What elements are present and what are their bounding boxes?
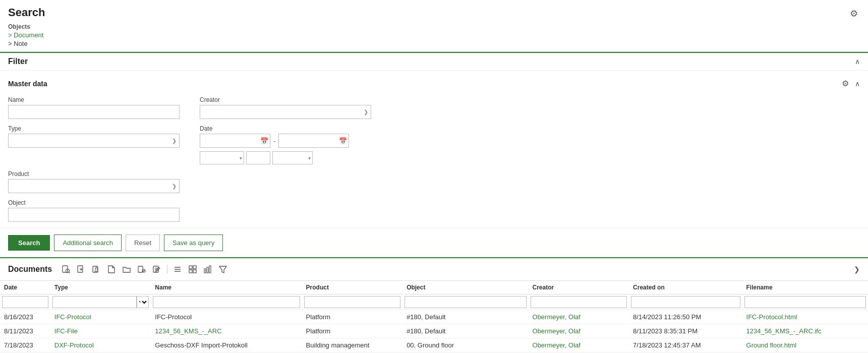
row-object: #180, Default: [402, 324, 528, 338]
type-input[interactable]: [8, 134, 180, 148]
toolbar-chart-icon[interactable]: [202, 263, 214, 275]
svg-rect-23: [207, 267, 208, 273]
reset-button[interactable]: Reset: [126, 234, 160, 251]
date-from-calendar-icon[interactable]: 📅: [260, 137, 268, 145]
page-title: Search: [8, 6, 45, 19]
filter-creator-input[interactable]: [531, 296, 627, 308]
col-name-header: Name: [151, 281, 302, 295]
row-type-link[interactable]: DXF-Protocol: [54, 341, 94, 349]
name-label: Name: [8, 96, 180, 103]
date-unit-select[interactable]: Days Weeks Months: [272, 151, 313, 164]
date-value-input[interactable]: [246, 151, 270, 164]
date-from-input[interactable]: [200, 134, 270, 148]
row-date: 8/11/2023: [0, 324, 50, 338]
creator-input[interactable]: [200, 105, 371, 119]
filter-filename-input[interactable]: [744, 296, 866, 308]
col-createdon-header: Created on: [629, 281, 742, 295]
creator-arrow-icon: ❯: [364, 109, 368, 115]
master-data-collapse-button[interactable]: ∧: [855, 80, 860, 88]
object-input[interactable]: [8, 208, 180, 222]
svg-rect-19: [193, 266, 196, 269]
row-product: Platform: [302, 310, 403, 324]
row-type-link[interactable]: IFC-Protocol: [54, 313, 91, 321]
filter-product-input[interactable]: [304, 296, 401, 308]
row-type-link[interactable]: IFC-File: [54, 327, 78, 335]
toolbar-new-doc-icon[interactable]: [105, 263, 118, 275]
svg-rect-20: [189, 270, 192, 273]
filter-collapse-button[interactable]: ∧: [855, 57, 860, 66]
row-object: #180, Default: [402, 310, 528, 324]
toolbar-filter-icon[interactable]: [217, 263, 229, 275]
toolbar-list-icon[interactable]: [171, 263, 184, 275]
row-created_on: 8/14/2023 11:26:50 PM: [629, 310, 742, 324]
svg-rect-21: [193, 270, 196, 273]
row-product: Platform: [302, 324, 403, 338]
objects-label: Objects: [8, 23, 860, 30]
row-creator-link[interactable]: Obermeyer, Olaf: [533, 313, 581, 321]
filter-name-input[interactable]: [153, 296, 300, 308]
filter-type-select[interactable]: ▾: [137, 296, 149, 308]
date-to-input[interactable]: [278, 134, 349, 148]
document-link[interactable]: > Document: [8, 31, 860, 39]
date-period-select[interactable]: Today This week This month: [200, 151, 244, 164]
table-row: 8/16/2023IFC-ProtocolIFC-ProtocolPlatfor…: [0, 310, 868, 324]
master-data-title: Master data: [8, 80, 47, 88]
row-product: Building management: [302, 338, 403, 352]
filter-createdon-input[interactable]: [631, 296, 740, 308]
row-created_on: 7/18/2023 12:45:37 AM: [629, 338, 742, 352]
filter-date-input[interactable]: [2, 296, 48, 308]
row-created_on: 8/11/2023 8:35:31 PM: [629, 324, 742, 338]
col-creator-header: Creator: [529, 281, 629, 295]
svg-rect-24: [209, 266, 211, 273]
svg-rect-22: [204, 269, 206, 273]
row-name: IFC-Protocol: [151, 310, 302, 324]
svg-line-2: [69, 272, 70, 273]
toolbar-edit-icon[interactable]: [151, 263, 163, 275]
row-filename-link[interactable]: Ground floor.html: [746, 341, 797, 349]
col-filename-header: Filename: [742, 281, 868, 295]
note-link[interactable]: > Note: [8, 40, 860, 47]
row-name-link[interactable]: 1234_56_KMS_-_ARC: [155, 327, 221, 335]
toolbar-upload-doc-icon[interactable]: [90, 263, 102, 275]
date-label: Date: [200, 125, 371, 132]
row-date: 8/16/2023: [0, 310, 50, 324]
row-object: 00, Ground floor: [402, 338, 528, 352]
filter-title: Filter: [8, 57, 28, 66]
table-row: 7/18/2023DXF-ProtocolGeschoss-DXF Import…: [0, 338, 868, 352]
creator-label: Creator: [200, 96, 371, 103]
row-filename-link[interactable]: IFC-Protocol.html: [746, 313, 797, 321]
row-filename-link[interactable]: 1234_56_KMS_-_ARC.ifc: [746, 327, 822, 335]
settings-button[interactable]: ⚙: [848, 6, 860, 21]
filter-type-input[interactable]: [52, 296, 137, 308]
documents-title: Documents: [8, 265, 52, 274]
toolbar-grid-icon[interactable]: [187, 263, 199, 275]
product-input[interactable]: [8, 179, 180, 193]
documents-collapse-button[interactable]: ❯: [854, 265, 860, 273]
name-input[interactable]: [8, 105, 180, 119]
toolbar-search-doc-icon[interactable]: [60, 263, 72, 275]
col-date-header: Date: [0, 281, 50, 295]
filter-object-input[interactable]: [404, 296, 526, 308]
date-separator: -: [273, 137, 275, 145]
search-button[interactable]: Search: [8, 235, 50, 251]
row-name: Geschoss-DXF Import-Protokoll: [151, 338, 302, 352]
col-type-header: Type: [50, 281, 151, 295]
toolbar-folder-icon[interactable]: [121, 263, 133, 275]
col-object-header: Object: [402, 281, 528, 295]
toolbar-link-icon[interactable]: [136, 263, 148, 275]
save-as-query-button[interactable]: Save as query: [164, 234, 223, 251]
type-label: Type: [8, 125, 180, 132]
product-arrow-icon: ❯: [172, 183, 177, 190]
row-creator-link[interactable]: Obermeyer, Olaf: [533, 341, 581, 349]
type-arrow-icon: ❯: [172, 138, 177, 144]
date-to-calendar-icon[interactable]: 📅: [339, 137, 347, 145]
row-creator-link[interactable]: Obermeyer, Olaf: [533, 327, 581, 335]
master-data-settings-button[interactable]: ⚙: [840, 77, 851, 90]
svg-marker-25: [219, 266, 226, 273]
additional-search-button[interactable]: Additional search: [54, 234, 122, 251]
toolbar-add-doc-icon[interactable]: [75, 263, 87, 275]
product-label: Product: [8, 170, 180, 178]
table-row: 8/11/2023IFC-File1234_56_KMS_-_ARCPlatfo…: [0, 324, 868, 338]
row-date: 7/18/2023: [0, 338, 50, 352]
col-product-header: Product: [302, 281, 403, 295]
